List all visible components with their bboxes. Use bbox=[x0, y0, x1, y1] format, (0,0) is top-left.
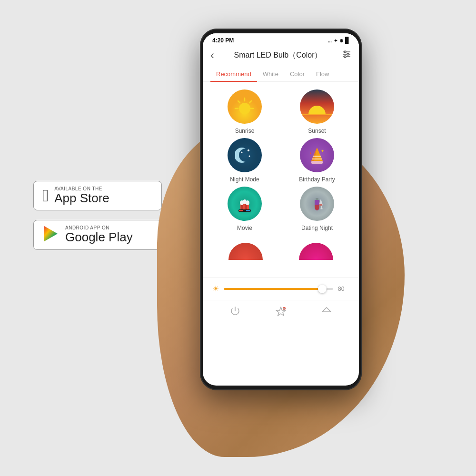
svg-rect-32 bbox=[246, 210, 250, 211]
appstore-text: Available on the App Store bbox=[54, 186, 109, 205]
scene-sunset[interactable]: Sunset bbox=[283, 89, 351, 134]
partial-scene-1 bbox=[228, 243, 263, 277]
tabs-bar: Recommend White Color Flow bbox=[203, 67, 359, 82]
svg-rect-33 bbox=[316, 198, 318, 200]
svg-rect-35 bbox=[320, 208, 323, 209]
scene-movie-icon bbox=[228, 187, 262, 221]
googleplay-badge[interactable]: ANDROID APP ON Google Play bbox=[33, 220, 162, 250]
googleplay-title: Google Play bbox=[65, 230, 133, 244]
nav-home-icon[interactable] bbox=[321, 306, 332, 320]
phone-screen: 4:20 PM ... ✦ ⊕ ▊ ‹ Smart LED Bulb（Color… bbox=[203, 33, 359, 386]
svg-rect-23 bbox=[311, 161, 323, 164]
svg-text:★: ★ bbox=[321, 149, 324, 153]
svg-marker-0 bbox=[44, 226, 58, 241]
app-title: Smart LED Bulb（Color） bbox=[234, 50, 322, 60]
nav-favorites-icon[interactable]: + bbox=[275, 306, 287, 320]
store-badges-container:  Available on the App Store ANDROI bbox=[33, 181, 162, 250]
svg-point-14 bbox=[248, 149, 249, 151]
scene-sunset-icon bbox=[300, 89, 334, 124]
partial-circle-2 bbox=[299, 243, 333, 277]
svg-point-2 bbox=[344, 51, 346, 53]
scene-night[interactable]: Night Mode bbox=[210, 138, 279, 183]
tab-recommend[interactable]: Recommend bbox=[210, 67, 257, 81]
svg-point-29 bbox=[246, 200, 249, 205]
scene-dating[interactable]: Dating Night bbox=[283, 187, 351, 231]
status-time: 4:20 PM bbox=[212, 37, 234, 44]
scene-movie[interactable]: Movie bbox=[210, 187, 279, 231]
phone-frame: 4:20 PM ... ✦ ⊕ ▊ ‹ Smart LED Bulb（Color… bbox=[200, 29, 362, 390]
settings-button[interactable] bbox=[342, 50, 351, 61]
scene-birthday-icon: ★ ★ bbox=[300, 138, 334, 172]
appstore-badge[interactable]:  Available on the App Store bbox=[33, 181, 162, 210]
svg-marker-38 bbox=[322, 307, 331, 312]
phone-wrapper: 4:20 PM ... ✦ ⊕ ▊ ‹ Smart LED Bulb（Color… bbox=[186, 29, 371, 419]
nav-power-icon[interactable] bbox=[229, 306, 241, 320]
svg-line-12 bbox=[238, 101, 240, 103]
brightness-value: 80 bbox=[338, 286, 349, 292]
appstore-title: App Store bbox=[54, 191, 109, 205]
scene-sunrise-label: Sunrise bbox=[235, 128, 255, 134]
svg-text:★: ★ bbox=[309, 152, 312, 155]
scene-movie-label: Movie bbox=[237, 225, 252, 231]
app-header: ‹ Smart LED Bulb（Color） bbox=[203, 46, 359, 67]
scene-night-icon bbox=[228, 138, 262, 172]
partial-scenes-row bbox=[203, 239, 359, 277]
scenes-grid: Sunrise Sunset bbox=[203, 82, 359, 239]
apple-icon:  bbox=[42, 187, 49, 204]
tab-color[interactable]: Color bbox=[284, 67, 310, 81]
svg-point-15 bbox=[241, 152, 243, 153]
scene-sunrise-icon bbox=[228, 89, 262, 124]
partial-circle-1 bbox=[228, 243, 263, 277]
brightness-section: ☀ 80 bbox=[203, 277, 359, 300]
brightness-icon: ☀ bbox=[212, 284, 219, 293]
partial-scene-2 bbox=[299, 243, 333, 277]
scene-sunset-label: Sunset bbox=[308, 128, 326, 134]
svg-point-4 bbox=[347, 53, 349, 55]
scene-birthday[interactable]: ★ ★ Birthday Party bbox=[283, 138, 351, 183]
tab-flow[interactable]: Flow bbox=[310, 67, 335, 81]
svg-rect-34 bbox=[321, 206, 322, 208]
scene-dating-label: Dating Night bbox=[301, 225, 333, 231]
svg-rect-13 bbox=[300, 114, 334, 115]
svg-point-6 bbox=[344, 56, 346, 58]
svg-line-9 bbox=[249, 101, 251, 103]
googleplay-text: ANDROID APP ON Google Play bbox=[65, 225, 133, 244]
svg-rect-31 bbox=[239, 210, 243, 211]
scene-birthday-label: Birthday Party bbox=[299, 176, 335, 183]
scene-sunrise[interactable]: Sunrise bbox=[210, 89, 279, 134]
svg-text:+: + bbox=[284, 307, 285, 310]
status-icons: ... ✦ ⊕ ▊ bbox=[328, 37, 349, 44]
back-button[interactable]: ‹ bbox=[210, 49, 214, 62]
scene-dating-icon bbox=[300, 187, 334, 221]
scene-night-label: Night Mode bbox=[230, 176, 259, 183]
play-icon bbox=[42, 225, 60, 245]
bottom-nav: + bbox=[203, 300, 359, 326]
svg-point-7 bbox=[239, 103, 250, 114]
brightness-thumb bbox=[318, 285, 327, 293]
tab-white[interactable]: White bbox=[257, 67, 284, 81]
svg-point-16 bbox=[249, 156, 250, 157]
status-bar: 4:20 PM ... ✦ ⊕ ▊ bbox=[203, 33, 359, 46]
brightness-slider[interactable] bbox=[224, 288, 333, 290]
